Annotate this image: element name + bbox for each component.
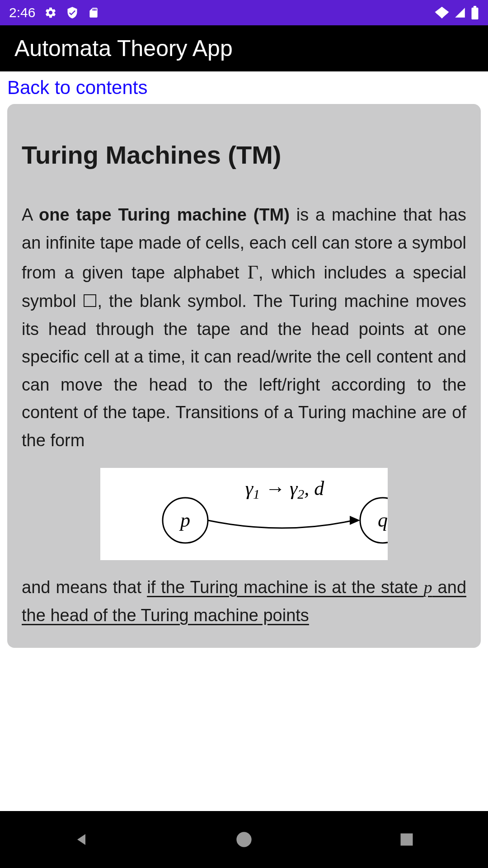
svg-point-2 (236, 832, 251, 847)
svg-rect-0 (472, 8, 479, 19)
state-p-label: p (179, 509, 190, 531)
transition-diagram: p q γ1 → γ2, d (100, 468, 388, 560)
gear-icon (44, 6, 57, 19)
navigation-bar (0, 811, 488, 868)
article-card: Turing Machines (TM) A one tape Turing m… (7, 104, 481, 648)
recent-square-icon (399, 831, 415, 848)
state-p-inline: p (424, 578, 432, 597)
back-link[interactable]: Back to contents (7, 75, 481, 104)
shield-icon (66, 6, 79, 19)
status-left: 2:46 (9, 5, 99, 20)
gamma-symbol: Γ (248, 262, 258, 283)
status-time: 2:46 (9, 5, 35, 20)
status-right (435, 6, 479, 19)
signal-icon (454, 7, 466, 19)
home-circle-icon (235, 830, 253, 849)
text-underline: if the Turing machine is at the state (147, 578, 423, 597)
battery-icon (471, 6, 479, 19)
transition-arrow-path (208, 520, 353, 528)
article-paragraph-1: A one tape Turing machine (TM) is a mach… (22, 201, 466, 454)
text-segment: A (22, 205, 39, 224)
sd-icon (88, 7, 99, 19)
state-q-label: q (378, 509, 388, 531)
arrow-head-icon (350, 516, 360, 525)
text-bold: one tape Turing machine (TM) (39, 205, 290, 224)
content-area: Back to contents Turing Machines (TM) A … (0, 71, 488, 648)
nav-home-button[interactable] (230, 826, 258, 853)
app-header: Automata Theory App (0, 25, 488, 71)
back-triangle-icon (73, 830, 89, 849)
status-bar: 2:46 (0, 0, 488, 25)
text-segment: , the blank symbol. The Turing machine m… (22, 292, 466, 450)
svg-rect-3 (401, 834, 413, 846)
text-segment: and means that (22, 578, 147, 597)
transition-label: γ1 → γ2, d (245, 477, 325, 501)
article-paragraph-2: and means that if the Turing machine is … (22, 574, 466, 629)
article-title: Turing Machines (TM) (22, 140, 466, 170)
app-title: Automata Theory App (14, 35, 233, 61)
wifi-icon (435, 7, 449, 19)
nav-recent-button[interactable] (393, 826, 420, 853)
blank-symbol-icon (84, 294, 96, 307)
nav-back-button[interactable] (68, 826, 95, 853)
svg-rect-1 (474, 6, 476, 8)
diagram-svg: p q γ1 → γ2, d (100, 468, 388, 560)
